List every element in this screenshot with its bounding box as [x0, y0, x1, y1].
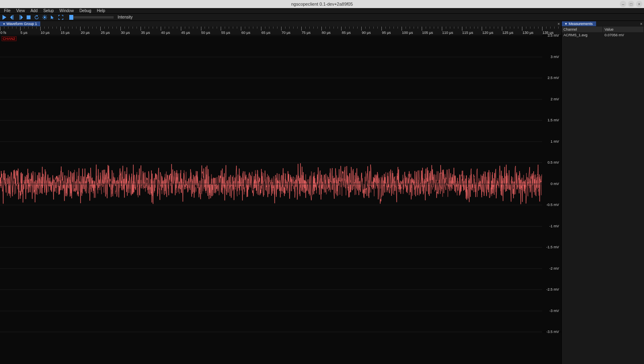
bottom-strip	[0, 332, 561, 364]
settings-button[interactable]	[42, 15, 48, 20]
refresh-button[interactable]	[34, 15, 39, 20]
intensity-label: Intensity	[118, 15, 133, 19]
maximize-button[interactable]: □	[628, 1, 634, 7]
menu-help[interactable]: Help	[95, 8, 108, 13]
waveform-tabbar: ▾ Waveform Group 1 ×	[0, 21, 561, 27]
measurements-row-value: 0.07056 mV	[603, 32, 644, 38]
cursor-button[interactable]	[50, 15, 56, 20]
measurements-tab-label: Measurements	[569, 22, 593, 26]
chevron-down-icon: ▾	[3, 22, 5, 26]
minimize-button[interactable]: –	[620, 1, 626, 7]
waveform-group-tab[interactable]: ▾ Waveform Group 1	[0, 21, 40, 26]
menu-window[interactable]: Window	[57, 8, 77, 13]
menu-debug[interactable]: Debug	[77, 8, 93, 13]
measurements-col-channel[interactable]: Channel	[562, 27, 603, 32]
menu-bar: File View Add Setup Window Debug Help	[0, 8, 644, 14]
menu-view[interactable]: View	[14, 8, 27, 13]
measurements-panel: ▾ Measurements × Channel Value ACRMS_1.a…	[561, 21, 644, 364]
menu-file[interactable]: File	[2, 8, 13, 13]
menu-setup[interactable]: Setup	[41, 8, 56, 13]
toolbar: Intensity	[0, 14, 644, 21]
svg-point-1	[44, 16, 46, 18]
intensity-slider[interactable]	[69, 16, 114, 19]
waveform-plot[interactable]: CHAN2 3.5 mV3 mV2.5 mV2 mV1.5 mV1 mV0.5 …	[0, 35, 561, 332]
measurements-col-value[interactable]: Value	[603, 27, 644, 32]
voltage-axis: 3.5 mV3 mV2.5 mV2 mV1.5 mV1 mV0.5 mV0 mV…	[542, 35, 561, 332]
measurements-row-channel: ACRMS_1.avg	[562, 32, 603, 38]
step-back-button[interactable]	[10, 15, 15, 20]
play-button[interactable]	[2, 15, 7, 20]
close-window-button[interactable]: ×	[636, 1, 642, 7]
waveform-group-tab-label: Waveform Group 1	[6, 22, 37, 26]
measurements-header: Channel Value	[562, 27, 644, 32]
close-measurements-button[interactable]: ×	[640, 22, 642, 26]
close-waveform-tab-button[interactable]: ×	[557, 22, 560, 26]
svg-rect-0	[27, 15, 31, 19]
measurements-tab[interactable]: ▾ Measurements	[562, 21, 596, 26]
stop-button[interactable]	[26, 15, 31, 20]
time-ruler[interactable]: 0 fs5 µs10 µs15 µs20 µs25 µs30 µs35 µs40…	[0, 27, 561, 35]
window-titlebar: ngscopeclient 0.1-dev+2a89f05 – □ ×	[0, 0, 644, 8]
step-forward-button[interactable]	[18, 15, 23, 20]
fullscreen-button[interactable]	[58, 15, 64, 20]
menu-add[interactable]: Add	[28, 8, 40, 13]
measurements-row[interactable]: ACRMS_1.avg 0.07056 mV	[562, 32, 644, 38]
window-title: ngscopeclient 0.1-dev+2a89f05	[291, 2, 353, 6]
chevron-down-icon: ▾	[565, 22, 567, 26]
